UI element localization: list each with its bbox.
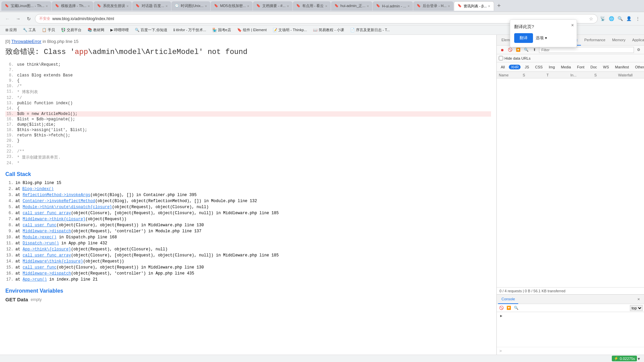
- reload-button[interactable]: ↻: [24, 14, 34, 23]
- filter-font[interactable]: Font: [575, 65, 586, 69]
- cs-link-13[interactable]: call_user_func_array: [23, 253, 71, 258]
- import-icon[interactable]: ⬆: [531, 47, 538, 53]
- cs-link-16[interactable]: Middleware->dispatch: [23, 271, 71, 276]
- filter-js[interactable]: JS: [523, 65, 531, 69]
- hide-data-urls-label[interactable]: Hide data URLs: [499, 56, 531, 60]
- bookmark-exchange[interactable]: 💱 交易平台: [58, 27, 84, 33]
- clear-icon[interactable]: 🚫: [507, 47, 514, 53]
- tab-2[interactable]: 🔖 模板选择 - Th... ×: [52, 1, 93, 11]
- tab-5[interactable]: 🕐 时词图(Unix... ×: [171, 1, 210, 11]
- search-net-icon[interactable]: 🔍: [523, 47, 530, 53]
- translate-close-button[interactable]: ×: [571, 22, 574, 28]
- tab-11-close[interactable]: ×: [448, 4, 450, 8]
- filter-toggle-icon[interactable]: 🔽: [515, 47, 522, 53]
- forward-button[interactable]: →: [13, 14, 23, 23]
- bookmark-bilibili[interactable]: ▶ 哔哩哔哩: [108, 27, 131, 33]
- cs-link-11[interactable]: Dispatch->run(): [23, 241, 59, 246]
- tab-3[interactable]: 🔖 系统发生措误 ×: [94, 1, 132, 11]
- cs-link-12[interactable]: App->think\{closure}: [23, 247, 71, 252]
- cs-link-7[interactable]: Middleware->think{closure}: [23, 217, 86, 222]
- filter-css[interactable]: CSS: [533, 65, 545, 69]
- dt-tab-application[interactable]: Application: [629, 35, 644, 46]
- col-waterfall[interactable]: Waterfall: [618, 73, 642, 77]
- bookmark-tutorial[interactable]: 📖 简易教程 - 小课: [310, 27, 347, 33]
- cs-link-9[interactable]: Middleware->dispatch: [23, 229, 71, 234]
- tab-7-close[interactable]: ×: [287, 4, 289, 8]
- tab-10[interactable]: 🔖 H-ui.admin - ... ×: [373, 1, 413, 11]
- tab-8-close[interactable]: ×: [325, 4, 327, 8]
- col-initiator[interactable]: In...: [571, 73, 594, 77]
- cs-link-8[interactable]: call_user_func: [23, 223, 57, 228]
- tab-10-close[interactable]: ×: [408, 4, 410, 8]
- console-clear-icon[interactable]: 🚫: [498, 305, 505, 311]
- col-status[interactable]: S: [523, 73, 546, 77]
- bookmark-tools[interactable]: 🔧 工具: [20, 27, 39, 33]
- new-tab-button[interactable]: +: [494, 1, 504, 11]
- filter-media[interactable]: Media: [559, 65, 573, 69]
- cs-link-10[interactable]: Module->exec(): [23, 235, 57, 240]
- filter-xhr[interactable]: XHR: [509, 65, 521, 69]
- col-type[interactable]: T: [546, 73, 570, 77]
- filter-doc[interactable]: Doc: [588, 65, 599, 69]
- cs-link-3[interactable]: ReflectionMethod->invokeArgs: [23, 193, 91, 197]
- cs-link-2[interactable]: Blog->index(): [22, 187, 54, 191]
- tab-3-close[interactable]: ×: [126, 4, 128, 8]
- tab-7[interactable]: 🔖 文档摘要 - #... ×: [253, 1, 292, 11]
- console-context-select[interactable]: top: [630, 305, 643, 311]
- network-filter-input[interactable]: [539, 47, 634, 53]
- tab-9[interactable]: 🔖 hui-admin_正... ×: [331, 1, 372, 11]
- filter-img[interactable]: Img: [547, 65, 557, 69]
- bookmark-edu[interactable]: 📚 教材网: [85, 27, 107, 33]
- zoom-icon[interactable]: 🔍: [616, 15, 624, 22]
- translate-confirm-button[interactable]: 翻译: [514, 33, 533, 43]
- console-close-icon[interactable]: ×: [635, 295, 643, 303]
- cast-icon[interactable]: 📡: [599, 15, 606, 22]
- tab-4[interactable]: 🔖 对话题·百度... ×: [132, 1, 171, 11]
- console-tab-main[interactable]: Console: [498, 295, 518, 304]
- tab-12-close[interactable]: ×: [488, 4, 490, 8]
- tab-2-close[interactable]: ×: [88, 4, 90, 8]
- record-icon[interactable]: ⏺: [499, 47, 505, 53]
- filter-manifest[interactable]: Manifest: [613, 65, 631, 69]
- console-search-icon[interactable]: 🔍: [513, 305, 520, 311]
- bookmark-element[interactable]: 🔖 组件 | Element: [234, 27, 269, 33]
- dt-tab-memory[interactable]: Memory: [609, 35, 629, 46]
- tab-1-close[interactable]: ×: [46, 4, 48, 8]
- tab-8[interactable]: 🔖 有点用 - 看云 ×: [293, 1, 331, 11]
- hide-data-urls-checkbox[interactable]: [499, 56, 503, 60]
- console-input-field[interactable]: [503, 349, 641, 353]
- tab-5-close[interactable]: ×: [205, 4, 207, 8]
- console-filter-icon[interactable]: 🔽: [505, 305, 512, 311]
- error-link[interactable]: ThrowableError: [11, 39, 42, 44]
- filter-other[interactable]: Other: [633, 65, 644, 69]
- col-size[interactable]: S: [594, 73, 618, 77]
- col-name[interactable]: Name: [499, 73, 523, 77]
- tab-11[interactable]: 🔖 后台登录 - H... ×: [413, 1, 453, 11]
- tab-4-close[interactable]: ×: [166, 4, 168, 8]
- cs-link-6[interactable]: call_user_func_array: [23, 211, 71, 216]
- timing-arrow[interactable]: ▾: [638, 356, 640, 361]
- filter-all[interactable]: All: [499, 65, 507, 69]
- translate-dropdown-icon[interactable]: ▾: [545, 36, 547, 40]
- bookmark-changelog[interactable]: 📄 序言及更新日志 - T...: [347, 27, 392, 33]
- bookmark-thinkphp[interactable]: 📝 文场明 - Thinkp...: [270, 27, 310, 33]
- cs-link-4[interactable]: Container->invokeReflectMethod: [23, 199, 95, 203]
- back-button[interactable]: ←: [3, 14, 12, 23]
- tab-6[interactable]: 🔖 MD5在线加密... ×: [211, 1, 253, 11]
- cs-link-17[interactable]: App->run(): [23, 277, 47, 282]
- bookmark-guokao[interactable]: 🏪 国考e店: [210, 27, 234, 33]
- bookmark-baidu[interactable]: 🔍 百度一下,你知道: [132, 27, 170, 33]
- tab-9-close[interactable]: ×: [367, 4, 369, 8]
- menu-icon[interactable]: ⋮: [634, 15, 641, 22]
- cs-link-14[interactable]: Middleware\think{closure}: [23, 259, 83, 264]
- tab-1[interactable]: 🔖 宝藏Linux图... - Th... ×: [1, 1, 51, 11]
- settings-net-icon[interactable]: ⚙: [635, 47, 642, 53]
- tab-6-close[interactable]: ×: [247, 4, 249, 8]
- bookmark-apps[interactable]: ⊞ 应用: [3, 27, 19, 33]
- user-icon[interactable]: 👤: [625, 15, 633, 22]
- tab-12[interactable]: 🔖 资讯列表 - β... ×: [454, 1, 494, 11]
- bookmark-star-icon[interactable]: ☆: [589, 16, 593, 21]
- cs-link-15[interactable]: call_user_func: [23, 265, 57, 270]
- bookmark-manual[interactable]: 📋 手贝: [39, 27, 58, 33]
- bookmark-itinfo[interactable]: ℹ itInfor - 万千技术...: [171, 27, 209, 33]
